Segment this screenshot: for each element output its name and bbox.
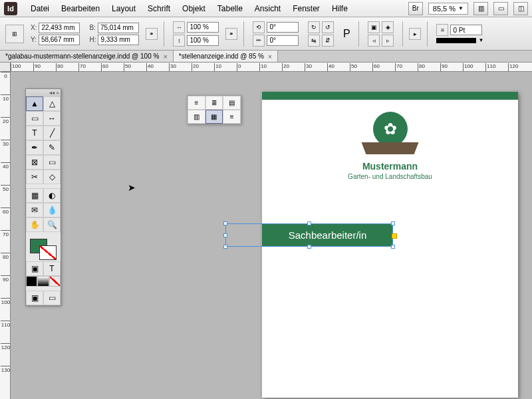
col-opt-3[interactable]: ▤ — [223, 96, 241, 110]
zoom-level[interactable]: 85,5 %▼ — [428, 3, 468, 15]
rotate-ccw-icon[interactable]: ↺ — [322, 21, 334, 33]
rotate-input[interactable] — [267, 22, 299, 33]
view-options-icon[interactable]: ▥ — [473, 2, 488, 15]
eyedropper-tool[interactable]: 💧 — [43, 203, 61, 217]
flip-h-icon[interactable]: ⇋ — [308, 35, 320, 47]
free-transform-tool[interactable]: ◇ — [43, 170, 61, 184]
handle-n[interactable] — [307, 221, 311, 225]
type-tool[interactable]: T — [26, 126, 43, 140]
constrain-wh-icon[interactable]: ⚭ — [146, 28, 158, 40]
apply-gradient-btn[interactable] — [37, 276, 49, 287]
arrange-icon[interactable]: ◫ — [513, 2, 528, 15]
col-opt-4[interactable]: ▥ — [188, 110, 205, 124]
handle-ne[interactable] — [391, 221, 395, 225]
ruler-horizontal[interactable]: 1009080706050403020100102030405060708090… — [11, 63, 532, 72]
stroke-color-swatch[interactable] — [39, 245, 57, 260]
handle-s[interactable] — [307, 245, 311, 249]
menu-tabelle[interactable]: Tabelle — [212, 2, 248, 15]
select-content-icon[interactable]: ◈ — [382, 21, 394, 33]
menu-fenster[interactable]: Fenster — [287, 2, 325, 15]
page-header-bar — [262, 92, 518, 100]
fit-content-icon[interactable]: ▸ — [409, 28, 421, 40]
menu-objekt[interactable]: Objekt — [177, 2, 211, 15]
scissors-tool[interactable]: ✂ — [26, 170, 43, 184]
job-title-text: Sachbearbeiter/in — [262, 223, 393, 247]
menu-schrift[interactable]: Schrift — [142, 2, 176, 15]
document-page[interactable]: ✿ Mustermann Garten- und Landschaftsbau … — [262, 92, 518, 398]
apply-none-btn[interactable] — [49, 276, 61, 287]
doc-tab-1[interactable]: *galabau-mustermann-stellenanzeige.indd … — [0, 51, 174, 62]
menu-datei[interactable]: Datei — [25, 2, 55, 15]
app-icon: Id — [4, 2, 17, 15]
gradient-feather-tool[interactable]: ◐ — [43, 188, 61, 203]
select-prev-icon[interactable]: ◃ — [368, 35, 380, 47]
pencil-tool[interactable]: ✎ — [43, 140, 61, 155]
close-icon[interactable]: × — [56, 90, 59, 96]
company-name: Mustermann — [262, 161, 518, 172]
col-opt-6[interactable]: ≡ — [223, 110, 241, 124]
apply-color-btn[interactable] — [26, 276, 37, 287]
control-panel: ⊞ X: Y: B: H: ⚭ ↔ ↕ ⚭ ⟲ ⬰ ↻↺ ⇋⇵ P ▣◈ ◃▹ … — [0, 17, 532, 51]
cursor-icon: ➤ — [128, 182, 136, 193]
col-opt-1[interactable]: ≡ — [188, 96, 205, 110]
menu-hilfe[interactable]: Hilfe — [327, 2, 353, 15]
direct-selection-tool[interactable]: △ — [43, 96, 61, 111]
gradient-swatch-tool[interactable]: ▦ — [26, 188, 43, 203]
formatting-text-icon[interactable]: T — [43, 261, 61, 276]
menu-ansicht[interactable]: Ansicht — [249, 2, 286, 15]
reference-point-icon[interactable]: ⊞ — [5, 25, 24, 43]
screen-mode-icon[interactable]: ▭ — [493, 2, 508, 15]
stroke-weight-input[interactable] — [450, 25, 482, 35]
select-container-icon[interactable]: ▣ — [368, 21, 380, 33]
doc-tab-2[interactable]: *stellenanzeige.indd @ 85 %× — [174, 51, 278, 62]
menu-bearbeiten[interactable]: Bearbeiten — [56, 2, 105, 15]
select-next-icon[interactable]: ▹ — [382, 35, 394, 47]
scale-y-input[interactable] — [187, 35, 219, 46]
bridge-icon[interactable]: Br — [408, 2, 423, 15]
normal-view-icon[interactable]: ▣ — [26, 291, 43, 305]
selection-tool[interactable]: ▲ — [26, 96, 43, 111]
x-input[interactable] — [39, 23, 80, 33]
rectangle-frame-tool[interactable]: ⊠ — [26, 155, 43, 170]
toolbox-header[interactable]: ◂◂× — [26, 89, 61, 96]
handle-w[interactable] — [223, 233, 227, 237]
zoom-tool[interactable]: 🔍 — [43, 217, 61, 232]
shear-input[interactable] — [267, 35, 299, 46]
stroke-weight-icon: ≡ — [436, 24, 448, 36]
formatting-container-icon[interactable]: ▣ — [26, 261, 43, 276]
handle-se[interactable] — [391, 245, 395, 249]
rotate-cw-icon[interactable]: ↻ — [308, 21, 320, 33]
note-tool[interactable]: ✉ — [26, 203, 43, 217]
close-icon[interactable]: × — [268, 53, 272, 61]
ruler-vertical[interactable]: 0102030405060708090100110120130 — [0, 72, 11, 399]
hand-tool[interactable]: ✋ — [26, 217, 43, 232]
scale-x-icon: ↔ — [173, 21, 185, 33]
menu-layout[interactable]: Layout — [106, 2, 141, 15]
width-input[interactable] — [98, 23, 139, 33]
col-opt-2[interactable]: ≣ — [205, 96, 223, 110]
stroke-style-sample[interactable] — [436, 38, 476, 43]
rectangle-tool[interactable]: ▭ — [43, 155, 61, 170]
line-tool[interactable]: ╱ — [43, 126, 61, 140]
y-input[interactable] — [39, 35, 80, 45]
fill-stroke-swatch[interactable] — [26, 236, 61, 261]
close-icon[interactable]: × — [163, 53, 167, 61]
preview-view-icon[interactable]: ▭ — [43, 291, 61, 305]
scale-y-icon: ↕ — [173, 35, 185, 47]
pen-tool[interactable]: ✒ — [26, 140, 43, 155]
gap-tool[interactable]: ↔ — [43, 111, 61, 126]
height-input[interactable] — [98, 35, 139, 45]
handle-e-outport[interactable] — [392, 233, 397, 239]
text-columns-panel: ≡ ≣ ▤ ▥ ▦ ≡ — [187, 95, 241, 124]
scale-x-input[interactable] — [187, 22, 219, 33]
handle-sw[interactable] — [223, 245, 227, 249]
canvas[interactable]: ◂◂× ▲ △ ▭ ↔ T ╱ ✒ ✎ ⊠ ▭ ✂ ◇ ▦ ◐ ✉ 💧 ✋ 🔍 — [11, 72, 532, 399]
page-tool[interactable]: ▭ — [26, 111, 43, 126]
chevron-down-icon[interactable]: ▼ — [478, 37, 483, 43]
handle-nw[interactable] — [223, 221, 227, 225]
selected-text-frame[interactable]: Sachbearbeiter/in — [225, 223, 393, 247]
ruler-origin[interactable] — [0, 63, 11, 72]
col-opt-5[interactable]: ▦ — [205, 110, 223, 124]
constrain-scale-icon[interactable]: ⚭ — [225, 28, 237, 40]
flip-v-icon[interactable]: ⇵ — [322, 35, 334, 47]
